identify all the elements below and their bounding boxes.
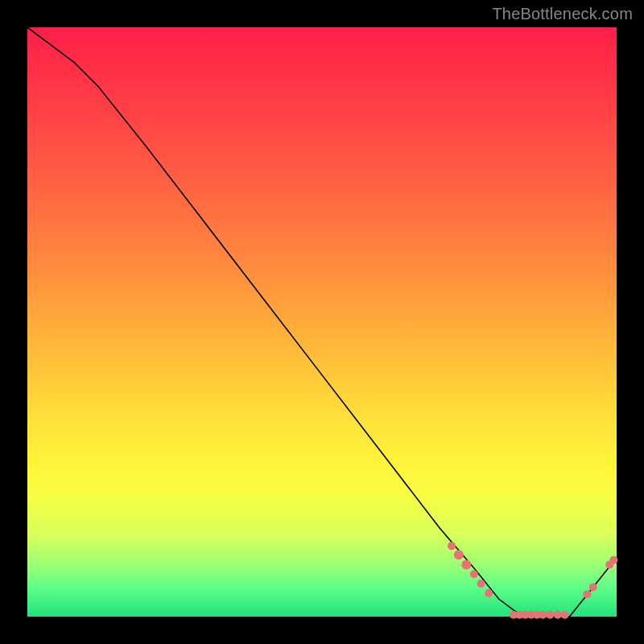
data-marker: [589, 583, 597, 591]
chart-svg: [27, 27, 617, 617]
data-markers: [448, 542, 617, 619]
data-marker: [448, 542, 456, 550]
data-marker: [454, 550, 464, 559]
data-marker: [485, 589, 493, 597]
chart-viewport: TheBottleneck.com: [0, 0, 644, 644]
watermark-label: TheBottleneck.com: [492, 5, 633, 23]
bottleneck-curve: [27, 27, 617, 617]
data-marker: [561, 611, 569, 619]
data-marker: [461, 560, 471, 570]
data-marker: [554, 611, 562, 619]
data-marker: [470, 570, 478, 578]
plot-area: [27, 27, 617, 617]
data-marker: [583, 590, 591, 598]
data-marker: [477, 580, 485, 588]
data-marker: [609, 556, 617, 564]
data-marker: [539, 611, 547, 619]
data-marker: [546, 611, 554, 619]
